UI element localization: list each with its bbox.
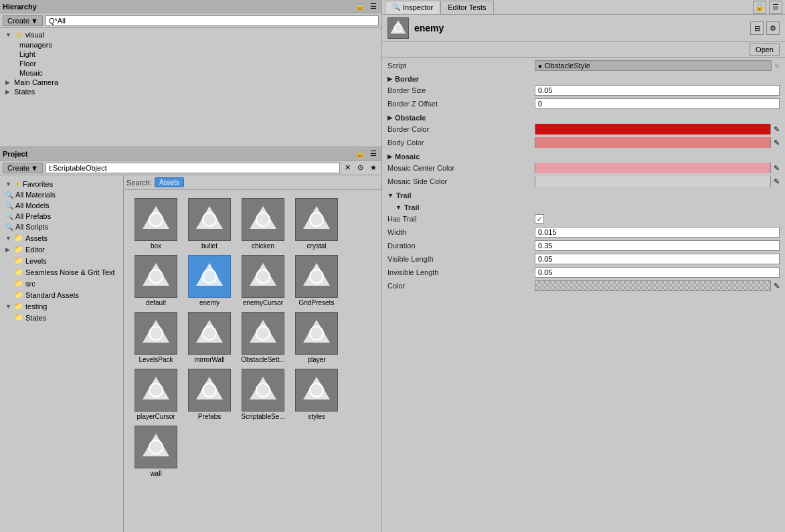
favorites-arrow	[5, 181, 12, 187]
gridpresets-unity-logo	[300, 260, 333, 292]
project-grid: box bullet chicken	[124, 190, 381, 532]
hierarchy-lock-btn[interactable]: 🔒	[353, 2, 367, 11]
grid-item-styles[interactable]: styles	[290, 366, 343, 423]
grid-item-playercursor[interactable]: playerCursor	[129, 366, 183, 423]
border-z-offset-input[interactable]	[535, 98, 780, 109]
sidebar-testing[interactable]: testing	[0, 300, 123, 312]
grid-item-scriptablese[interactable]: ScriptableSe...	[236, 366, 290, 423]
mosaic-center-eyedropper[interactable]: ✎	[774, 164, 780, 173]
project-search-icon-btn[interactable]: ✕	[343, 163, 353, 172]
sidebar-all-prefabs[interactable]: All Prefabs	[0, 211, 123, 221]
project-header: Project 🔒 ☰	[0, 147, 381, 161]
grid-item-crystal[interactable]: crystal	[290, 195, 343, 252]
trail-color-field[interactable]	[535, 280, 771, 291]
asset-unity-logo	[389, 19, 408, 37]
visible-length-input[interactable]	[535, 254, 780, 264]
hierarchy-create-btn[interactable]: Create ▼	[3, 15, 43, 26]
tree-item-visual[interactable]: visual	[0, 29, 381, 40]
grid-item-mirrorwall[interactable]: mirrorWall	[183, 309, 236, 366]
mirrorwall-label: mirrorWall	[194, 356, 224, 363]
all-prefabs-label: All Prefabs	[15, 212, 51, 220]
mosaic-side-eyedropper[interactable]: ✎	[774, 177, 780, 186]
hierarchy-menu-btn[interactable]: ☰	[368, 2, 379, 11]
grid-item-enemycursor[interactable]: enemyCursor	[236, 252, 290, 309]
grid-item-obstaclesett[interactable]: ObstacleSett...	[236, 309, 290, 366]
tree-item-light[interactable]: Light	[0, 50, 381, 59]
project-lock-btn[interactable]: 🔒	[353, 149, 367, 158]
sidebar-standard-assets[interactable]: Standard Assets	[0, 289, 123, 300]
script-circle-icon: ●	[538, 62, 542, 70]
inspector-lock-btn[interactable]: 🔒	[753, 1, 766, 14]
mosaic-section: ▶ Mosaic	[387, 153, 780, 161]
grid-item-bullet[interactable]: bullet	[183, 195, 236, 252]
visual-arrow	[5, 31, 12, 38]
border-size-input[interactable]	[535, 85, 780, 96]
sidebar-levels[interactable]: Levels	[0, 255, 123, 266]
inspector-gear-btn[interactable]: ⚙	[766, 21, 780, 35]
grid-item-prefabs[interactable]: Prefabs	[183, 366, 236, 423]
crystal-icon-bg	[295, 198, 338, 241]
inspector-tab[interactable]: 🔍 Inspector	[385, 1, 440, 14]
tree-item-floor[interactable]: Floor	[0, 59, 381, 68]
grid-item-wall[interactable]: wall	[129, 423, 183, 480]
hierarchy-search-input[interactable]	[46, 15, 379, 26]
mosaic-center-color-field[interactable]	[535, 163, 771, 173]
grid-item-enemy[interactable]: enemy	[183, 252, 236, 309]
grid-item-player[interactable]: player	[290, 309, 343, 366]
mosaic-side-color-row: Mosaic Side Color ✎	[387, 175, 780, 187]
chicken-icon-bg	[242, 198, 284, 241]
assets-filter-btn[interactable]: Assets	[155, 177, 184, 187]
project-star-btn[interactable]: ★	[368, 163, 379, 172]
grid-item-box[interactable]: box	[129, 195, 183, 252]
inspector-preview-btn[interactable]: ⊟	[750, 21, 764, 35]
inspector-body: Script ● ObstacleStyle ✎ ▶ Border Border…	[382, 58, 785, 532]
grid-item-gridpresets[interactable]: GridPresets	[290, 252, 343, 309]
grid-item-levelspack[interactable]: LevelsPack	[129, 309, 183, 366]
tree-item-states[interactable]: States	[0, 87, 381, 96]
trail-color-eyedropper[interactable]: ✎	[774, 282, 780, 290]
hierarchy-header: Hierarchy 🔒 ☰	[0, 0, 381, 13]
trail-color-row: Color ✎	[387, 280, 780, 292]
asset-name: enemy	[414, 23, 444, 33]
inspector-open-btn[interactable]: Open	[750, 43, 780, 56]
sidebar-favorites[interactable]: Favorites	[0, 178, 123, 189]
body-color-eyedropper[interactable]: ✎	[774, 139, 780, 147]
mosaic-side-color-field[interactable]	[535, 176, 771, 187]
tree-item-mosaic[interactable]: Mosaic	[0, 68, 381, 78]
sidebar-editor[interactable]: Editor	[0, 244, 123, 255]
sidebar-all-scripts[interactable]: All Scripts	[0, 221, 123, 232]
sidebar-states[interactable]: States	[0, 312, 123, 323]
grid-item-default[interactable]: default	[129, 252, 183, 309]
hierarchy-toolbar: Create ▼	[0, 13, 381, 28]
width-input[interactable]	[535, 227, 780, 238]
project-search-input[interactable]	[46, 163, 340, 173]
sidebar-assets[interactable]: Assets	[0, 232, 123, 244]
invisible-length-input[interactable]	[535, 267, 780, 278]
body-color-field[interactable]	[535, 137, 771, 148]
wall-unity-logo	[140, 431, 172, 463]
sidebar-all-models[interactable]: All Models	[0, 200, 123, 211]
project-menu-btn[interactable]: ☰	[368, 149, 379, 158]
border-color-eyedropper[interactable]: ✎	[774, 125, 780, 134]
project-filter-btn[interactable]: ⊙	[355, 163, 365, 172]
sidebar-src[interactable]: src	[0, 278, 123, 289]
border-color-field[interactable]	[535, 124, 771, 135]
svg-marker-4	[250, 206, 276, 229]
duration-input[interactable]	[535, 240, 780, 251]
all-materials-icon	[5, 191, 13, 199]
sidebar-all-materials[interactable]: All Materials	[0, 189, 123, 200]
tree-item-maincamera[interactable]: Main Camera	[0, 78, 381, 87]
tree-item-managers[interactable]: managers	[0, 40, 381, 50]
project-create-btn[interactable]: Create ▼	[3, 163, 43, 173]
has-trail-checkbox[interactable]	[535, 214, 544, 224]
editor-tests-tab[interactable]: Editor Tests	[440, 1, 493, 14]
sidebar-seamless[interactable]: Seamless Noise & Grit Text	[0, 266, 123, 278]
mosaic-label: Mosaic	[19, 69, 43, 77]
inspector-asset-header: enemy ⊟ ⚙	[382, 15, 785, 42]
mosaic-side-color-label: Mosaic Side Color	[387, 177, 535, 185]
inspector-menu-btn[interactable]: ☰	[769, 1, 782, 14]
svg-marker-32	[143, 434, 169, 456]
states-label: States	[14, 88, 35, 96]
grid-item-chicken[interactable]: chicken	[236, 195, 290, 252]
obstaclesett-unity-logo	[247, 317, 279, 349]
